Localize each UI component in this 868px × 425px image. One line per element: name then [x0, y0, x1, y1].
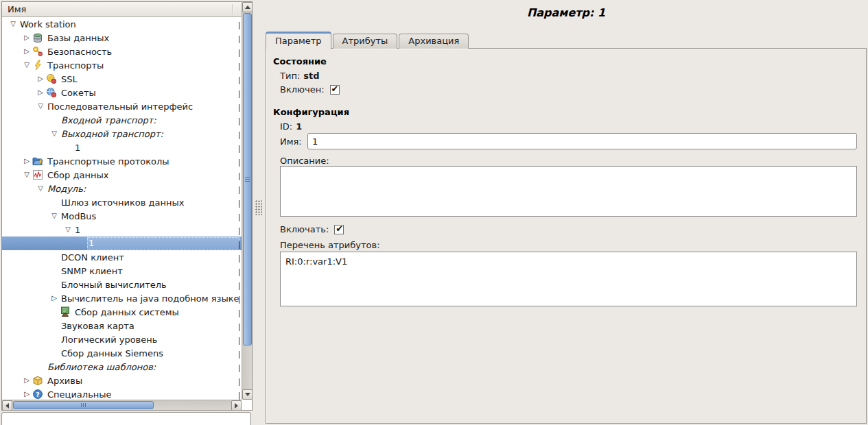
horizontal-scrollbar-thumb[interactable]	[13, 401, 154, 409]
tree-row[interactable]: ▷Безопасность	[2, 45, 242, 58]
tree-item-label: Сокеты	[60, 88, 96, 98]
page-title: Параметр: 1	[264, 6, 868, 19]
tree-row[interactable]: Входной транспорт:	[2, 113, 242, 127]
scroll-down-button[interactable]	[242, 389, 253, 400]
tree-row[interactable]: 1	[2, 141, 242, 154]
tree-item-label: Архивы	[46, 376, 82, 386]
scroll-up-button[interactable]	[242, 2, 253, 12]
expander-open-icon[interactable]: ▽	[21, 58, 32, 72]
svg-text:?: ?	[36, 391, 40, 398]
tab-parameter[interactable]: Параметр	[266, 32, 331, 49]
expander-open-icon[interactable]: ▽	[35, 99, 46, 113]
ssl-icon	[46, 73, 60, 84]
tree-row[interactable]: Логический уровень	[2, 332, 242, 346]
tree-row[interactable]: ▷SSL	[2, 72, 242, 86]
tree-row[interactable]: ▷Сокеты	[2, 86, 242, 99]
tree-item-label: Входной транспорт:	[60, 115, 156, 125]
tab-content-parameter: Состояние Тип:std Включен: Конфигурация …	[266, 48, 867, 424]
tree-row[interactable]: ▷Базы данных	[2, 31, 242, 45]
expander-open-icon[interactable]: ▽	[49, 127, 60, 141]
tree-row[interactable]: DCON клиент	[2, 250, 242, 264]
tab-archiving[interactable]: Архивация	[399, 34, 469, 49]
expander-closed-icon[interactable]: ▷	[21, 154, 32, 168]
expander-closed-icon[interactable]: ▷	[49, 291, 60, 305]
tree-row[interactable]: ▽ModBus	[2, 209, 242, 223]
tree-row[interactable]: ▽1	[2, 223, 242, 236]
vertical-scrollbar-thumb[interactable]	[243, 13, 252, 345]
tree-item-label: Work station	[19, 19, 76, 29]
to-enable-checkbox[interactable]	[334, 225, 344, 234]
bottom-status-panel	[1, 412, 251, 425]
tree-column-separator	[239, 19, 239, 400]
thumb-grip-icon	[245, 177, 250, 182]
tree-row[interactable]: Библиотека шаблонов:	[2, 360, 242, 374]
tree-row[interactable]: ▽Сбор данных	[2, 168, 242, 182]
expander-open-icon[interactable]: ▽	[21, 168, 32, 182]
tree-row[interactable]: SNMP клиент	[2, 264, 242, 278]
tab-attributes[interactable]: Атрибуты	[333, 34, 398, 49]
tree-item-label: 1	[87, 237, 239, 250]
expander-open-icon[interactable]: ▽	[49, 209, 60, 223]
expander-open-icon[interactable]: ▽	[35, 182, 46, 195]
tree-item-label: Транспорты	[46, 60, 104, 71]
tree-item-label: Последовательный интерфейс	[46, 101, 193, 112]
attributes-label: Перечень атрибутов:	[280, 240, 380, 250]
navigation-tree-panel: Имя ▽Work station▷Базы данных▷Безопаснос…	[1, 1, 253, 411]
section-heading-config: Конфигурация	[273, 107, 349, 117]
expander-open-icon[interactable]: ▽	[8, 17, 19, 31]
tree-row[interactable]: ▽Выходной транспорт:	[2, 127, 242, 141]
tree-viewport: ▽Work station▷Базы данных▷Безопасность▽Т…	[2, 17, 242, 400]
section-heading-state: Состояние	[273, 56, 327, 66]
expander-closed-icon[interactable]: ▷	[21, 45, 32, 58]
description-textarea[interactable]	[280, 166, 857, 217]
tree-vertical-scrollbar[interactable]	[242, 2, 252, 400]
expander-closed-icon[interactable]: ▷	[21, 374, 32, 387]
tree-item-label: Модуль:	[46, 184, 86, 194]
arrow-right-icon	[235, 403, 238, 409]
arrow-down-icon	[245, 393, 250, 396]
expander-closed-icon[interactable]: ▷	[21, 387, 32, 400]
special-icon: ?	[32, 389, 46, 400]
tree-row[interactable]: ▽Work station	[2, 17, 242, 31]
archives-icon	[32, 375, 46, 386]
attributes-textarea[interactable]: RI:0:r:var1:V1	[280, 252, 857, 306]
expander-closed-icon[interactable]: ▷	[35, 72, 46, 86]
tree-row[interactable]: ▽Последовательный интерфейс	[2, 99, 242, 113]
databases-icon	[32, 32, 46, 43]
tree-header-name-column[interactable]: Имя	[2, 2, 242, 17]
tree-item-label: 1	[73, 143, 80, 153]
scroll-right-button[interactable]	[231, 400, 242, 411]
tree-row[interactable]: ▷Вычислитель на java подобном языке	[2, 291, 242, 305]
tree-row[interactable]: ▷Транспортные протоколы	[2, 154, 242, 168]
name-row: Имя:	[280, 133, 857, 149]
splitter-grip-icon	[255, 200, 262, 215]
tree-item-label: SSL	[60, 74, 78, 84]
tree-row[interactable]: Блочный вычислитель	[2, 278, 242, 291]
tree-item-label: Блочный вычислитель	[60, 280, 167, 290]
enabled-row: Включен:	[280, 84, 340, 95]
panel-splitter[interactable]	[253, 0, 263, 425]
expander-closed-icon[interactable]: ▷	[21, 31, 32, 45]
name-input[interactable]	[307, 133, 857, 149]
name-label: Имя:	[280, 136, 307, 147]
tree-row[interactable]: Звуковая карта	[2, 319, 242, 332]
transports-icon	[32, 60, 46, 71]
tree-row[interactable]: ▽Транспорты	[2, 58, 242, 72]
tree-row[interactable]: Сбор данных системы	[2, 305, 242, 319]
tree-row[interactable]: Шлюз источников данных	[2, 195, 242, 209]
tree-item-label: Базы данных	[46, 33, 109, 43]
tree-item-label: Библиотека шаблонов:	[46, 362, 156, 372]
protocols-icon	[32, 156, 46, 167]
tree-row[interactable]: ▽Модуль:	[2, 182, 242, 195]
id-value: 1	[296, 121, 302, 132]
tree-row[interactable]: Сбор данных Siemens	[2, 346, 242, 360]
tree-row[interactable]: 1	[2, 236, 242, 250]
scroll-left-button[interactable]	[2, 400, 12, 411]
id-row: ID:1	[280, 121, 302, 132]
tree-row[interactable]: ▷?Специальные	[2, 387, 242, 400]
enabled-checkbox[interactable]	[330, 85, 340, 95]
expander-closed-icon[interactable]: ▷	[35, 86, 46, 99]
tree-horizontal-scrollbar[interactable]	[2, 400, 242, 410]
expander-open-icon[interactable]: ▽	[62, 223, 73, 236]
tree-row[interactable]: ▷Архивы	[2, 374, 242, 387]
